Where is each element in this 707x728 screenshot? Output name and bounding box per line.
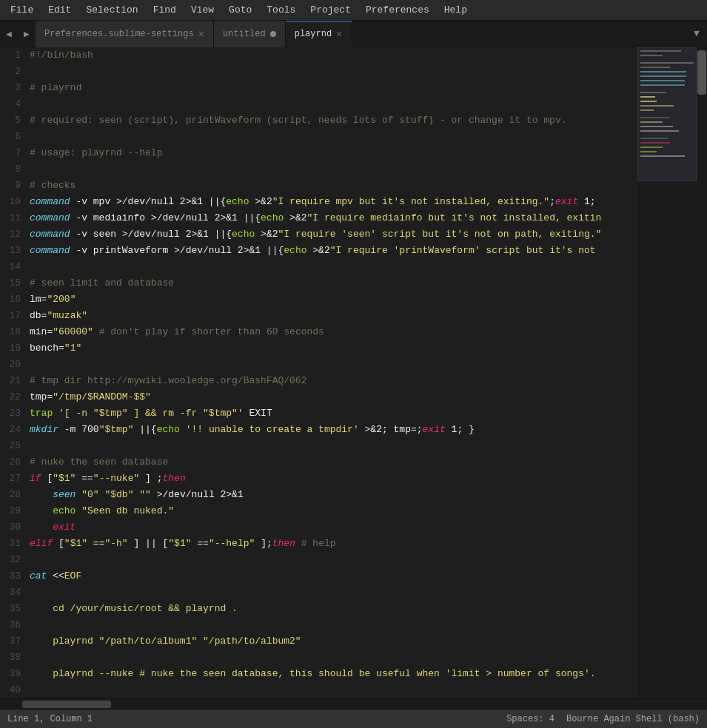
tab-playrnd-close[interactable]: ✕ bbox=[336, 29, 342, 39]
code-line-14 bbox=[30, 259, 637, 275]
line-num-38: 38 bbox=[3, 650, 21, 666]
code-line-24: mkdir -m 700 "$tmp" || { echo '!! unable… bbox=[30, 422, 637, 438]
code-line-15: # seen limit and database bbox=[30, 275, 637, 291]
line-num-1: 1 bbox=[3, 47, 21, 64]
line-num-19: 19 bbox=[3, 340, 21, 357]
menu-view[interactable]: View bbox=[184, 1, 221, 18]
code-line-12: command -v seen >/dev/null 2>&1 || { ech… bbox=[30, 226, 637, 243]
code-line-17: db = "muzak" bbox=[30, 308, 637, 324]
line-num-8: 8 bbox=[3, 161, 21, 178]
line-num-15: 15 bbox=[3, 275, 21, 291]
tab-preferences[interactable]: Preferences.sublime-settings ✕ bbox=[36, 21, 214, 47]
statusbar-left: Line 1, Column 1 bbox=[7, 714, 93, 724]
code-line-1: #!/bin/bash bbox=[30, 47, 637, 64]
line-num-21: 21 bbox=[3, 373, 21, 389]
code-line-25 bbox=[30, 438, 637, 454]
svg-rect-22 bbox=[637, 47, 697, 181]
tab-preferences-close[interactable]: ✕ bbox=[198, 29, 204, 39]
line-num-24: 24 bbox=[3, 422, 21, 438]
statusbar: Line 1, Column 1 Spaces: 4 Bourne Again … bbox=[0, 709, 707, 728]
line-num-25: 25 bbox=[3, 438, 21, 454]
code-line-39: playrnd --nuke # nuke the seen database,… bbox=[30, 666, 637, 682]
line-num-26: 26 bbox=[3, 454, 21, 471]
line-num-18: 18 bbox=[3, 324, 21, 340]
status-syntax[interactable]: Bourne Again Shell (bash) bbox=[566, 714, 700, 724]
code-line-28: seen "0" "$db" "" >/dev/null 2>&1 bbox=[30, 487, 637, 503]
line-num-11: 11 bbox=[3, 210, 21, 226]
code-line-16: lm = "200" bbox=[30, 291, 637, 308]
code-line-4 bbox=[30, 96, 637, 112]
tab-untitled[interactable]: untitled bbox=[214, 21, 286, 47]
code-line-26: # nuke the seen database bbox=[30, 454, 637, 471]
hscrollbar-thumb[interactable] bbox=[22, 701, 111, 708]
tab-playrnd-label: playrnd bbox=[295, 29, 332, 39]
line-num-34: 34 bbox=[3, 584, 21, 601]
menu-goto[interactable]: Goto bbox=[221, 1, 259, 18]
line-num-28: 28 bbox=[3, 487, 21, 503]
code-line-18: min = "60000" # don't play if shorter th… bbox=[30, 324, 637, 340]
tab-playrnd[interactable]: playrnd ✕ bbox=[286, 21, 352, 47]
code-line-27: if [ "$1" == "--nuke" ] ; then bbox=[30, 471, 637, 487]
code-line-6 bbox=[30, 129, 637, 145]
line-num-7: 7 bbox=[3, 145, 21, 161]
code-line-20 bbox=[30, 357, 637, 373]
menu-preferences[interactable]: Preferences bbox=[358, 1, 437, 18]
code-line-31: elif [ "$1" == "-h" ] || [ "$1" == "--he… bbox=[30, 536, 637, 552]
scrollbar-thumb[interactable] bbox=[697, 50, 706, 95]
line-num-3: 3 bbox=[3, 80, 21, 96]
menu-file[interactable]: File bbox=[3, 1, 41, 18]
code-line-11: command -v mediainfo >/dev/null 2>&1 || … bbox=[30, 210, 637, 226]
code-line-23: trap '[ -n "$tmp" ] && rm -fr "$tmp"' EX… bbox=[30, 405, 637, 422]
menu-project[interactable]: Project bbox=[303, 1, 358, 18]
code-line-32 bbox=[30, 552, 637, 568]
code-line-22: tmp = "/tmp/$RANDOM-$$" bbox=[30, 389, 637, 405]
editor-area: 1 2 3 4 5 6 7 8 9 10 11 12 13 14 15 16 1… bbox=[0, 47, 707, 698]
code-line-3: # playrnd bbox=[30, 80, 637, 96]
minimap-svg bbox=[637, 47, 697, 698]
line-num-5: 5 bbox=[3, 112, 21, 129]
line-num-32: 32 bbox=[3, 552, 21, 568]
line-num-30: 30 bbox=[3, 519, 21, 536]
code-line-9: # checks bbox=[30, 178, 637, 194]
line-num-37: 37 bbox=[3, 633, 21, 650]
code-line-19: bench = "1" bbox=[30, 340, 637, 357]
line-num-16: 16 bbox=[3, 291, 21, 308]
line-num-36: 36 bbox=[3, 617, 21, 633]
code-area[interactable]: #!/bin/bash # playrnd # required: seen (… bbox=[27, 47, 637, 698]
tab-dropdown-btn[interactable]: ▼ bbox=[686, 21, 707, 47]
code-line-34 bbox=[30, 584, 637, 601]
menu-edit[interactable]: Edit bbox=[41, 1, 78, 18]
vertical-scrollbar[interactable] bbox=[697, 47, 707, 698]
minimap bbox=[637, 47, 697, 698]
line-num-17: 17 bbox=[3, 308, 21, 324]
code-line-29: echo "Seen db nuked." bbox=[30, 503, 637, 519]
line-num-4: 4 bbox=[3, 96, 21, 112]
line-num-20: 20 bbox=[3, 357, 21, 373]
tab-untitled-dirty bbox=[270, 31, 276, 37]
code-line-2 bbox=[30, 64, 637, 80]
code-line-21: # tmp dir http://mywiki.wooledge.org/Bas… bbox=[30, 373, 637, 389]
tabbar: ◀ ▶ Preferences.sublime-settings ✕ untit… bbox=[0, 21, 707, 47]
code-line-35: cd /your/music/root && playrnd . bbox=[30, 601, 637, 617]
tab-next-btn[interactable]: ▶ bbox=[18, 21, 36, 47]
menu-tools[interactable]: Tools bbox=[259, 1, 303, 18]
line-num-13: 13 bbox=[3, 243, 21, 259]
line-num-10: 10 bbox=[3, 194, 21, 210]
code-line-30: exit bbox=[30, 519, 637, 536]
line-num-35: 35 bbox=[3, 601, 21, 617]
menu-find[interactable]: Find bbox=[146, 1, 184, 18]
line-num-27: 27 bbox=[3, 471, 21, 487]
line-num-14: 14 bbox=[3, 259, 21, 275]
line-num-39: 39 bbox=[3, 666, 21, 682]
tab-prev-btn[interactable]: ◀ bbox=[0, 21, 18, 47]
menu-help[interactable]: Help bbox=[437, 1, 475, 18]
menu-selection[interactable]: Selection bbox=[78, 1, 145, 18]
horizontal-scrollbar[interactable] bbox=[0, 698, 707, 709]
tab-untitled-label: untitled bbox=[223, 29, 266, 39]
code-line-38 bbox=[30, 650, 637, 666]
line-num-33: 33 bbox=[3, 568, 21, 584]
code-line-10: command -v mpv >/dev/null 2>&1 || { echo… bbox=[30, 194, 637, 210]
code-line-40 bbox=[30, 682, 637, 698]
line-num-6: 6 bbox=[3, 129, 21, 145]
line-num-31: 31 bbox=[3, 536, 21, 552]
